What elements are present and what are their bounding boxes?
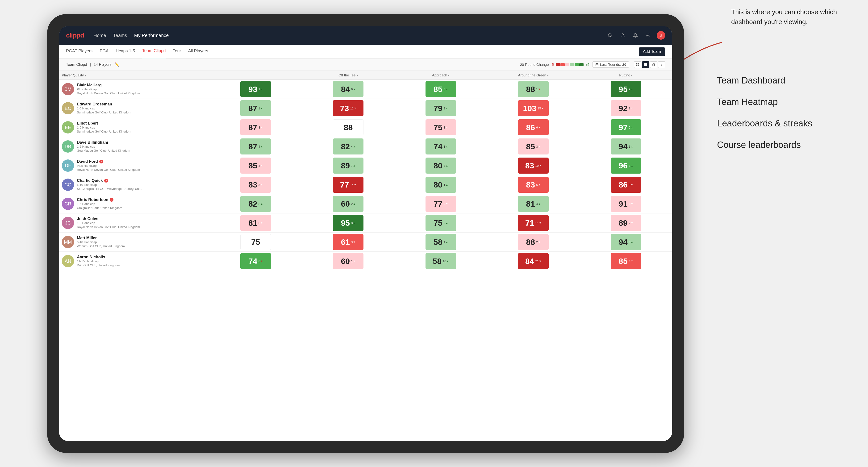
nav-my-performance[interactable]: My Performance bbox=[134, 33, 169, 38]
settings-icon[interactable] bbox=[644, 31, 652, 40]
option-leaderboards[interactable]: Leaderboards & streaks bbox=[717, 118, 854, 129]
bell-icon[interactable] bbox=[631, 31, 640, 40]
player-name: Edward Crossman bbox=[77, 102, 131, 106]
score-box: 77 3▼ bbox=[426, 196, 456, 212]
score-cell-tee-2[interactable]: 88 bbox=[302, 118, 394, 137]
score-cell-approach-3[interactable]: 74 1▲ bbox=[395, 137, 487, 156]
score-cell-tee-7[interactable]: 95 8▲ bbox=[302, 214, 394, 232]
score-cell-approach-6[interactable]: 77 3▼ bbox=[395, 194, 487, 214]
score-cell-tee-8[interactable]: 61 3▼ bbox=[302, 232, 394, 252]
user-avatar[interactable]: U bbox=[657, 31, 665, 40]
score-cell-around-4[interactable]: 83 10▼ bbox=[487, 156, 580, 175]
last-rounds-button[interactable]: Last Rounds: 20 bbox=[592, 61, 629, 68]
score-cell-around-7[interactable]: 71 11▼ bbox=[487, 214, 580, 232]
score-cell-approach-9[interactable]: 58 10▲ bbox=[395, 252, 487, 271]
player-name: Blair McHarg bbox=[77, 83, 140, 88]
player-cell-9[interactable]: AN Aaron Nicholls 11-15 Handicap Drift G… bbox=[59, 252, 210, 271]
subnav-pga[interactable]: PGA bbox=[99, 45, 108, 58]
score-cell-quality-2[interactable]: 87 3▼ bbox=[210, 118, 302, 137]
score-cell-tee-4[interactable]: 89 7▲ bbox=[302, 156, 394, 175]
nav-home[interactable]: Home bbox=[93, 33, 106, 38]
score-cell-around-6[interactable]: 81 4▲ bbox=[487, 194, 580, 214]
option-team-dashboard[interactable]: Team Dashboard bbox=[717, 75, 854, 86]
subnav-tour[interactable]: Tour bbox=[173, 45, 181, 58]
player-cell-7[interactable]: JC Josh Coles 1-5 Handicap Royal North D… bbox=[59, 214, 210, 232]
user-icon[interactable] bbox=[618, 31, 627, 40]
player-cell-1[interactable]: EC Edward Crossman 1-5 Handicap Sunningd… bbox=[59, 99, 210, 118]
score-cell-putting-5[interactable]: 86 8▼ bbox=[580, 175, 672, 194]
score-cell-quality-1[interactable]: 87 1▲ bbox=[210, 99, 302, 118]
download-button[interactable]: ↓ bbox=[658, 61, 665, 68]
score-cell-around-2[interactable]: 86 6▼ bbox=[487, 118, 580, 137]
sort-player-icon[interactable]: ▾ bbox=[85, 74, 86, 77]
score-box: 85 8▲ bbox=[426, 81, 456, 97]
score-cell-putting-0[interactable]: 95 9▲ bbox=[580, 80, 672, 99]
score-cell-putting-4[interactable]: 96 3▲ bbox=[580, 156, 672, 175]
table-row: DF David Ford ✓ Plus Handicap Royal Nort… bbox=[59, 156, 672, 175]
score-cell-approach-8[interactable]: 58 4▲ bbox=[395, 232, 487, 252]
add-team-button[interactable]: Add Team bbox=[639, 48, 665, 56]
subnav-team-clippd[interactable]: Team Clippd bbox=[142, 45, 165, 58]
nav-teams[interactable]: Teams bbox=[113, 33, 127, 38]
score-cell-approach-5[interactable]: 80 1▲ bbox=[395, 175, 487, 194]
player-cell-2[interactable]: EE Elliot Ebert 1-5 Handicap Sunningdale… bbox=[59, 118, 210, 137]
svg-rect-4 bbox=[596, 63, 598, 66]
score-cell-tee-9[interactable]: 60 1▼ bbox=[302, 252, 394, 271]
score-cell-around-0[interactable]: 88 1▼ bbox=[487, 80, 580, 99]
score-cell-quality-6[interactable]: 82 3▲ bbox=[210, 194, 302, 214]
score-cell-approach-0[interactable]: 85 8▲ bbox=[395, 80, 487, 99]
score-cell-approach-1[interactable]: 79 9▲ bbox=[395, 99, 487, 118]
option-course-leaderboards[interactable]: Course leaderboards bbox=[717, 140, 854, 150]
score-cell-around-8[interactable]: 88 2▼ bbox=[487, 232, 580, 252]
score-cell-approach-7[interactable]: 75 2▲ bbox=[395, 214, 487, 232]
score-cell-putting-2[interactable]: 97 5▲ bbox=[580, 118, 672, 137]
sort-tee-icon[interactable]: ▾ bbox=[356, 74, 358, 77]
score-cell-quality-4[interactable]: 85 3▼ bbox=[210, 156, 302, 175]
subnav-pgat[interactable]: PGAT Players bbox=[66, 45, 92, 58]
sort-putting-icon[interactable]: ▾ bbox=[631, 74, 632, 77]
player-cell-0[interactable]: BM Blair McHarg Plus Handicap Royal Nort… bbox=[59, 80, 210, 99]
player-cell-3[interactable]: DB Dave Billingham 1-5 Handicap Gog Mago… bbox=[59, 137, 210, 156]
score-cell-approach-2[interactable]: 75 3▼ bbox=[395, 118, 487, 137]
score-box: 73 11▼ bbox=[333, 100, 364, 116]
score-cell-putting-3[interactable]: 94 1▲ bbox=[580, 137, 672, 156]
chart-view-button[interactable] bbox=[650, 61, 657, 68]
player-cell-5[interactable]: CQ Charlie Quick ✓ 6-10 Handicap St. Geo… bbox=[59, 175, 210, 194]
player-cell-6[interactable]: CR Chris Robertson ✓ 1-5 Handicap Craigm… bbox=[59, 194, 210, 214]
score-cell-around-3[interactable]: 85 3▼ bbox=[487, 137, 580, 156]
score-cell-quality-8[interactable]: 75 bbox=[210, 232, 302, 252]
option-team-heatmap[interactable]: Team Heatmap bbox=[717, 97, 854, 107]
score-cell-tee-3[interactable]: 82 4▲ bbox=[302, 137, 394, 156]
score-cell-around-9[interactable]: 84 21▼ bbox=[487, 252, 580, 271]
score-cell-tee-6[interactable]: 60 2▲ bbox=[302, 194, 394, 214]
score-cell-putting-6[interactable]: 91 3▼ bbox=[580, 194, 672, 214]
score-cell-tee-1[interactable]: 73 11▼ bbox=[302, 99, 394, 118]
score-cell-putting-1[interactable]: 92 3▼ bbox=[580, 99, 672, 118]
score-cell-tee-5[interactable]: 77 14▼ bbox=[302, 175, 394, 194]
score-cell-putting-8[interactable]: 94 3▲ bbox=[580, 232, 672, 252]
search-icon[interactable] bbox=[606, 31, 614, 40]
player-name: Charlie Quick ✓ bbox=[77, 178, 142, 183]
subnav-hcaps[interactable]: Hcaps 1-5 bbox=[116, 45, 135, 58]
score-cell-around-5[interactable]: 83 6▼ bbox=[487, 175, 580, 194]
grid-view-button[interactable] bbox=[634, 61, 641, 68]
score-cell-quality-9[interactable]: 74 8▼ bbox=[210, 252, 302, 271]
score-cell-tee-0[interactable]: 84 6▲ bbox=[302, 80, 394, 99]
score-cell-putting-9[interactable]: 85 4▼ bbox=[580, 252, 672, 271]
table-view-button[interactable] bbox=[642, 61, 649, 68]
sort-around-icon[interactable]: ▾ bbox=[547, 74, 549, 77]
score-cell-quality-7[interactable]: 81 3▼ bbox=[210, 214, 302, 232]
score-cell-around-1[interactable]: 103 15▲ bbox=[487, 99, 580, 118]
score-cell-approach-4[interactable]: 80 3▲ bbox=[395, 156, 487, 175]
col-header-putting: Putting ▾ bbox=[580, 71, 672, 80]
subnav-all-players[interactable]: All Players bbox=[188, 45, 208, 58]
score-cell-putting-7[interactable]: 89 2▼ bbox=[580, 214, 672, 232]
score-cell-quality-0[interactable]: 93 9▲ bbox=[210, 80, 302, 99]
nav-items: Home Teams My Performance bbox=[93, 33, 606, 38]
score-cell-quality-5[interactable]: 83 3▼ bbox=[210, 175, 302, 194]
player-cell-8[interactable]: MM Matt Miller 6-10 Handicap Woburn Golf… bbox=[59, 232, 210, 252]
player-cell-4[interactable]: DF David Ford ✓ Plus Handicap Royal Nort… bbox=[59, 156, 210, 175]
score-cell-quality-3[interactable]: 87 4▲ bbox=[210, 137, 302, 156]
edit-icon[interactable]: ✏️ bbox=[115, 62, 119, 67]
sort-approach-icon[interactable]: ▾ bbox=[448, 74, 450, 77]
